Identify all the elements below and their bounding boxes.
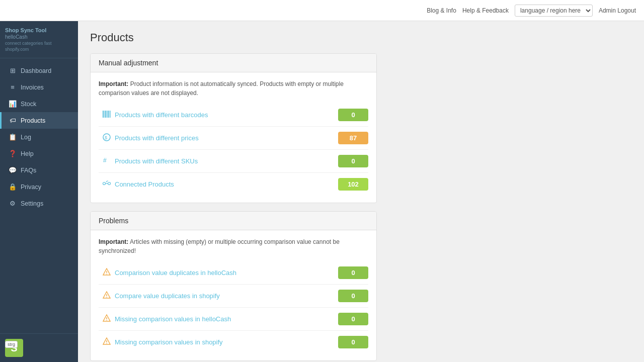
topbar-help[interactable]: Help & Feedback	[462, 7, 509, 14]
svg-rect-4	[108, 111, 109, 118]
sidebar-label-settings: Settings	[21, 200, 43, 207]
notice-text: Product information is not automatically…	[99, 80, 344, 97]
svg-rect-2	[105, 111, 106, 118]
svg-point-23	[106, 320, 107, 321]
badge-skus: 0	[338, 155, 368, 167]
row-barcodes: Products with different barcodes 0	[99, 104, 368, 126]
sidebar-label-dashboard: Dashboard	[21, 67, 51, 74]
svg-point-11	[108, 183, 111, 185]
barcode-icon	[99, 110, 115, 120]
sidebar-item-dashboard[interactable]: ⊞ Dashboard	[0, 62, 78, 79]
svg-point-26	[106, 343, 107, 344]
label-dup-hellocash[interactable]: Comparison value duplicates in helloCash	[115, 269, 338, 277]
label-connected[interactable]: Connected Products	[115, 180, 338, 188]
manual-adjustment-header: Manual adjustment	[91, 54, 376, 72]
svg-rect-5	[109, 111, 110, 118]
manual-adjustment-body: Important: Product information is not au…	[91, 72, 376, 203]
row-dup-hellocash: Comparison value duplicates in helloCash…	[99, 261, 368, 284]
svg-rect-6	[110, 111, 111, 118]
badge-missing-shopify: 0	[338, 336, 368, 348]
svg-rect-1	[104, 111, 105, 118]
sidebar-label-faqs: FAQs	[21, 167, 36, 174]
sidebar-nav: ⊞ Dashboard ≡ Invoices 📊 Stock 🏷 Product…	[0, 58, 78, 333]
problems-notice-bold: Important:	[99, 238, 128, 245]
problems-notice: Important: Articles with missing (empty)…	[99, 237, 368, 255]
logo-desc: connect categories fast	[5, 41, 73, 46]
settings-icon: ⚙	[9, 200, 17, 207]
badge-connected: 102	[338, 178, 368, 191]
svg-rect-3	[107, 111, 107, 118]
topbar-admin-logout[interactable]: Admin Logout	[599, 7, 636, 14]
sidebar-item-settings[interactable]: ⚙ Settings	[0, 195, 78, 212]
svg-point-17	[106, 274, 107, 275]
badge-barcodes: 0	[338, 109, 368, 121]
row-skus: # Products with different SKUs 0	[99, 149, 368, 172]
kbd-badge: strg	[5, 341, 18, 348]
sidebar: Shop Sync Tool helloCash connect categor…	[0, 21, 78, 362]
topbar-language-select[interactable]: language / region here	[515, 5, 593, 17]
logo-title: Shop Sync Tool	[5, 27, 73, 33]
problems-notice-text: Articles with missing (empty) or multipl…	[99, 238, 340, 254]
badge-prices: 87	[338, 132, 368, 144]
sidebar-item-faqs[interactable]: 💬 FAQs	[0, 162, 78, 178]
dashboard-icon: ⊞	[9, 67, 17, 74]
layout: Shop Sync Tool helloCash connect categor…	[0, 21, 644, 362]
row-connected: Connected Products 102	[99, 172, 368, 196]
notice-bold: Important:	[99, 80, 128, 87]
sidebar-item-products[interactable]: 🏷 Products	[0, 112, 78, 129]
svg-rect-0	[103, 111, 104, 118]
connected-icon	[99, 179, 115, 190]
topbar: Blog & Info Help & Feedback language / r…	[0, 0, 644, 21]
problems-body: Important: Articles with missing (empty)…	[91, 230, 376, 360]
sidebar-logo: Shop Sync Tool helloCash connect categor…	[0, 21, 78, 58]
sidebar-item-stock[interactable]: 📊 Stock	[0, 96, 78, 112]
sidebar-label-log: Log	[21, 134, 31, 141]
main-content: Products Manual adjustment Important: Pr…	[78, 21, 644, 362]
label-missing-shopify[interactable]: Missing comparison values in shopify	[115, 338, 338, 346]
price-icon: $	[99, 133, 115, 143]
log-icon: 📋	[9, 133, 17, 141]
stock-icon: 📊	[9, 100, 17, 108]
badge-dup-hellocash: 0	[338, 266, 368, 279]
sidebar-label-invoices: Invoices	[21, 84, 44, 91]
warning-icon-1	[99, 268, 115, 278]
svg-line-13	[106, 181, 107, 182]
warning-icon-4	[99, 337, 115, 347]
manual-adjustment-notice: Important: Product information is not au…	[99, 79, 368, 98]
sidebar-item-help[interactable]: ❓ Help	[0, 145, 78, 162]
svg-text:#: #	[103, 157, 107, 164]
page-title: Products	[90, 31, 632, 44]
invoices-icon: ≡	[9, 83, 17, 91]
sidebar-avatar-area: strg S	[0, 333, 78, 362]
logo-domain: shopify.com	[5, 47, 73, 52]
label-missing-hellocash[interactable]: Missing comparison values in helloCash	[115, 315, 338, 323]
sidebar-item-privacy[interactable]: 🔒 Privacy	[0, 178, 78, 195]
row-prices: $ Products with different prices 87	[99, 126, 368, 149]
sidebar-label-products: Products	[21, 117, 45, 124]
sidebar-label-help: Help	[21, 150, 34, 157]
label-barcodes[interactable]: Products with different barcodes	[115, 111, 338, 119]
label-prices[interactable]: Products with different prices	[115, 134, 338, 142]
sidebar-item-invoices[interactable]: ≡ Invoices	[0, 79, 78, 96]
svg-point-20	[106, 297, 107, 298]
svg-text:$: $	[105, 135, 107, 140]
warning-icon-2	[99, 291, 115, 301]
row-missing-hellocash: Missing comparison values in helloCash 0	[99, 307, 368, 330]
products-icon: 🏷	[9, 117, 17, 124]
badge-dup-shopify: 0	[338, 290, 368, 302]
badge-missing-hellocash: 0	[338, 313, 368, 325]
help-icon: ❓	[9, 150, 17, 157]
sidebar-item-log[interactable]: 📋 Log	[0, 129, 78, 145]
sidebar-label-stock: Stock	[21, 101, 36, 108]
label-dup-shopify[interactable]: Compare value duplicates in shopify	[115, 292, 338, 300]
topbar-blog[interactable]: Blog & Info	[427, 7, 456, 14]
problems-card: Problems Important: Articles with missin…	[90, 211, 377, 361]
sku-icon: #	[99, 156, 115, 166]
warning-icon-3	[99, 314, 115, 324]
manual-adjustment-card: Manual adjustment Important: Product inf…	[90, 53, 377, 203]
problems-header: Problems	[91, 212, 376, 230]
sidebar-label-privacy: Privacy	[21, 184, 41, 191]
row-dup-shopify: Compare value duplicates in shopify 0	[99, 284, 368, 307]
svg-point-10	[103, 183, 106, 185]
label-skus[interactable]: Products with different SKUs	[115, 157, 338, 165]
